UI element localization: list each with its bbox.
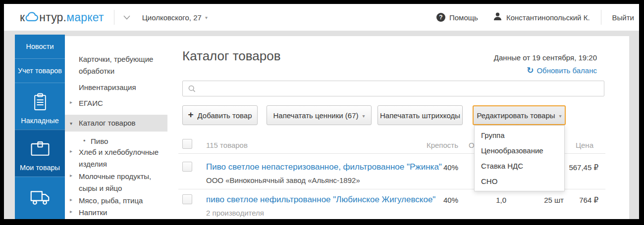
arrow-right-icon: ▸	[70, 99, 72, 105]
topbar-right-group: ? Помощь Константинопольский К. Выйти	[436, 4, 634, 31]
arrow-right-icon: ▸	[70, 197, 72, 202]
column-header-strength: Крепость	[427, 141, 458, 149]
truck-icon	[29, 184, 52, 212]
sidebar-item-my-goods[interactable]: Мои товары	[15, 130, 65, 177]
sidebar-item-label: Мои товары	[20, 164, 60, 172]
sidebar-item-stock-accounting[interactable]: Учет товаров	[15, 58, 65, 83]
user-name: Константинопольский К.	[506, 13, 590, 22]
edit-products-button[interactable]: Редактировать товары ▾	[473, 105, 566, 125]
sidebar-item-deliveries[interactable]	[15, 177, 65, 219]
caret-down-icon: ▾	[205, 15, 208, 20]
clipboard-icon	[30, 92, 50, 117]
cell-volume: 1,0	[496, 196, 506, 204]
add-product-button[interactable]: + Добавить товар	[182, 105, 258, 125]
arrow-down-icon: ▾	[70, 121, 72, 126]
print-barcodes-button[interactable]: Напечатать штрихкоды	[377, 105, 463, 125]
print-price-tags-button[interactable]: Напечатать ценники (67) ▾	[267, 105, 372, 125]
search-box	[182, 81, 604, 96]
menu-item-beer[interactable]: Пиво	[91, 135, 108, 147]
menu-item-drinks[interactable]: Напитки	[79, 207, 107, 219]
menu-item-inventory[interactable]: Инвентаризация	[79, 82, 136, 93]
plus-icon: +	[188, 109, 193, 120]
row-checkbox[interactable]	[182, 162, 192, 172]
menu-item-dairy[interactable]: Молочные продукты, сыры и яйцо	[79, 171, 163, 194]
store-location-selector[interactable]: Циолковского, 27 ▾	[142, 13, 208, 22]
dropdown-item-vat-rate[interactable]: Ставка НДС	[475, 158, 564, 174]
sidebar-item-label: Учет товаров	[18, 67, 62, 75]
topbar-divider	[114, 10, 114, 25]
sidebar-item-news[interactable]: Новости	[15, 35, 65, 58]
help-button[interactable]: ? Помощь	[436, 13, 478, 22]
user-icon	[493, 12, 502, 23]
product-link[interactable]: Пиво светлое непастеризованное, фильтров…	[206, 162, 442, 172]
arrow-right-icon: ▸	[70, 209, 72, 214]
edit-products-dropdown: Группа Ценообразование Ставка НДС СНО	[474, 125, 565, 191]
arrow-right-icon: ▸	[70, 173, 72, 178]
cell-strength: 40%	[443, 163, 458, 172]
cell-price: 764 ₽	[579, 196, 598, 205]
logo-product-name: маркет	[66, 11, 104, 24]
bullet-icon: •	[83, 137, 86, 144]
dropdown-item-sno[interactable]: СНО	[475, 174, 564, 189]
data-updated-label: Данные от 19 сентября, 19:20	[494, 53, 597, 62]
cloud-icon	[25, 9, 39, 25]
product-manufacturer: ООО «Виноконьячный завод «Альянс-1892»	[206, 176, 360, 184]
top-bar: кнтур.маркет Циолковского, 27 ▾ ? Помощь…	[4, 4, 639, 31]
page-title: Каталог товаров	[182, 48, 281, 64]
refresh-balance-label: Обновить баланс	[537, 66, 597, 75]
sidebar-item-invoices[interactable]: Накладные	[15, 83, 65, 130]
dropdown-item-group[interactable]: Группа	[475, 128, 564, 143]
menu-item-bread[interactable]: Хлеб и хлебобулочные изделия	[79, 146, 163, 170]
arrow-right-icon: ▸	[70, 148, 72, 154]
product-manufacturer: 2 производителя	[206, 209, 264, 217]
column-header-price: Цена	[576, 141, 593, 149]
select-all-checkbox[interactable]	[182, 139, 192, 149]
chevron-down-icon[interactable]	[123, 15, 130, 20]
logout-button[interactable]: Выйти	[612, 13, 634, 22]
menu-item-egais[interactable]: ЕГАИС	[79, 97, 103, 109]
logo-text-suffix: нтур.	[39, 11, 66, 24]
store-location-label: Циолковского, 27	[142, 13, 202, 22]
add-product-label: Добавить товар	[198, 111, 252, 120]
row-checkbox[interactable]	[182, 194, 192, 204]
refresh-balance-link[interactable]: ↻ Обновить баланс	[527, 65, 597, 76]
package-icon	[29, 137, 51, 164]
menu-item-catalog-selected[interactable]: ▾ Каталог товаров	[65, 115, 167, 132]
cell-strength: 40%	[443, 196, 458, 204]
primary-sidebar: Новости Учет товаров Накладные Мои товар…	[15, 35, 65, 219]
print-price-tags-label: Напечатать ценники (67)	[273, 111, 358, 120]
refresh-icon: ↻	[527, 65, 534, 76]
cell-price: 567,45 ₽	[569, 163, 598, 172]
caret-down-icon: ▾	[363, 113, 365, 119]
question-mark-icon: ?	[436, 13, 445, 22]
cell-stock: 25 шт	[544, 196, 564, 204]
menu-item-label: Каталог товаров	[79, 115, 136, 132]
print-barcodes-label: Напечатать штрихкоды	[380, 111, 460, 120]
product-link[interactable]: пиво светлое нефильтрованное "Любинское …	[206, 195, 435, 205]
user-menu[interactable]: Константинопольский К.	[493, 12, 590, 23]
menu-item-cards-to-process[interactable]: Карточки, требующие обработки	[79, 53, 163, 77]
dropdown-item-pricing[interactable]: Ценообразование	[475, 143, 564, 158]
edit-products-label: Редактировать товары	[477, 111, 555, 120]
app-window: кнтур.маркет Циолковского, 27 ▾ ? Помощь…	[4, 4, 639, 219]
topbar-divider	[601, 10, 601, 25]
caret-down-icon: ▾	[559, 113, 562, 119]
products-count: 115 товаров	[206, 141, 248, 149]
logo-text-prefix: к	[20, 11, 25, 24]
search-input[interactable]	[200, 83, 598, 95]
app-logo[interactable]: кнтур.маркет	[20, 9, 104, 25]
help-label: Помощь	[449, 13, 478, 22]
sidebar-item-label: Новости	[26, 43, 54, 50]
menu-item-meat-fish[interactable]: Мясо, рыба, птица	[79, 195, 143, 207]
sidebar-item-label: Накладные	[21, 117, 59, 125]
search-icon	[188, 85, 196, 92]
